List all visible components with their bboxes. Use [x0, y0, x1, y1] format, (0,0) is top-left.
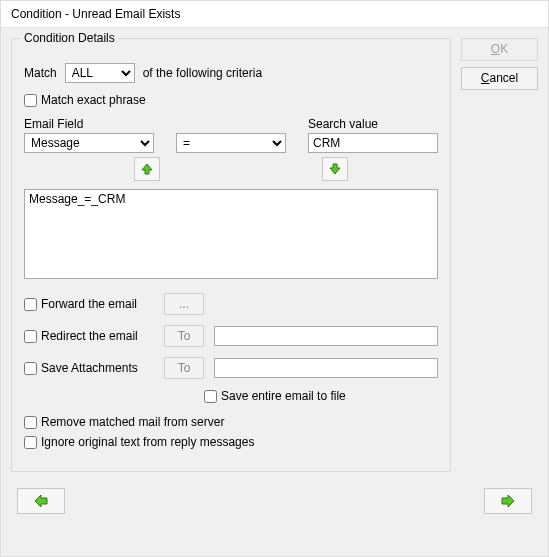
search-value-col: Search value [308, 117, 438, 153]
save-entire-row: Save entire email to file [24, 389, 438, 403]
match-exact-phrase-input[interactable] [24, 94, 37, 107]
match-exact-phrase-checkbox[interactable]: Match exact phrase [24, 93, 146, 107]
save-entire-email-checkbox[interactable]: Save entire email to file [204, 389, 346, 403]
redirect-to-input[interactable] [214, 326, 438, 346]
dialog-body: Condition Details Match ALL of the follo… [1, 28, 548, 482]
save-attachments-to-button[interactable]: To [164, 357, 204, 379]
back-button[interactable] [17, 488, 65, 514]
match-suffix: of the following criteria [143, 66, 262, 80]
ignore-original-checkbox[interactable]: Ignore original text from reply messages [24, 435, 254, 449]
remove-matched-checkbox[interactable]: Remove matched mail from server [24, 415, 224, 429]
ok-button[interactable]: OK [461, 38, 538, 61]
criteria-editor-row: Email Field Message = Search value [24, 117, 438, 153]
search-value-input[interactable] [308, 133, 438, 153]
redirect-email-checkbox[interactable]: Redirect the email [24, 329, 154, 343]
add-remove-row [24, 157, 438, 181]
cancel-button[interactable]: Cancel [461, 67, 538, 90]
condition-dialog: Condition - Unread Email Exists Conditio… [0, 0, 549, 557]
save-attachments-checkbox[interactable]: Save Attachments [24, 361, 154, 375]
arrow-down-icon [328, 162, 342, 176]
match-mode-select[interactable]: ALL [65, 63, 135, 83]
save-attachments-input[interactable] [24, 362, 37, 375]
right-button-column: OK Cancel [461, 38, 538, 472]
save-entire-email-input[interactable] [204, 390, 217, 403]
ignore-original-row: Ignore original text from reply messages [24, 435, 438, 449]
redirect-email-input[interactable] [24, 330, 37, 343]
match-row: Match ALL of the following criteria [24, 63, 438, 83]
window-title: Condition - Unread Email Exists [11, 7, 180, 21]
criteria-item[interactable]: Message_=_CRM [29, 192, 433, 206]
arrow-up-icon [140, 162, 154, 176]
email-field-select[interactable]: Message [24, 133, 154, 153]
email-field-label: Email Field [24, 117, 154, 131]
remove-matched-input[interactable] [24, 416, 37, 429]
remove-criteria-button[interactable] [134, 157, 160, 181]
add-criteria-button[interactable] [322, 157, 348, 181]
forward-browse-button[interactable]: ... [164, 293, 204, 315]
arrow-left-icon [33, 494, 49, 508]
save-attachments-path-input[interactable] [214, 358, 438, 378]
fieldset-legend: Condition Details [20, 31, 119, 45]
title-bar: Condition - Unread Email Exists [1, 1, 548, 28]
email-field-col: Email Field Message [24, 117, 154, 153]
operator-col: = [176, 117, 286, 153]
redirect-row: Redirect the email To [24, 325, 438, 347]
ignore-original-input[interactable] [24, 436, 37, 449]
save-attach-row: Save Attachments To [24, 357, 438, 379]
forward-email-input[interactable] [24, 298, 37, 311]
search-value-label: Search value [308, 117, 438, 131]
remove-matched-row: Remove matched mail from server [24, 415, 438, 429]
criteria-list[interactable]: Message_=_CRM [24, 189, 438, 279]
redirect-to-button[interactable]: To [164, 325, 204, 347]
forward-email-checkbox[interactable]: Forward the email [24, 297, 154, 311]
arrow-right-icon [500, 494, 516, 508]
match-label: Match [24, 66, 57, 80]
match-exact-row: Match exact phrase [24, 93, 438, 107]
forward-row: Forward the email ... [24, 293, 438, 315]
operator-select[interactable]: = [176, 133, 286, 153]
next-button[interactable] [484, 488, 532, 514]
wizard-nav-row [1, 482, 548, 524]
condition-details-group: Condition Details Match ALL of the follo… [11, 38, 451, 472]
